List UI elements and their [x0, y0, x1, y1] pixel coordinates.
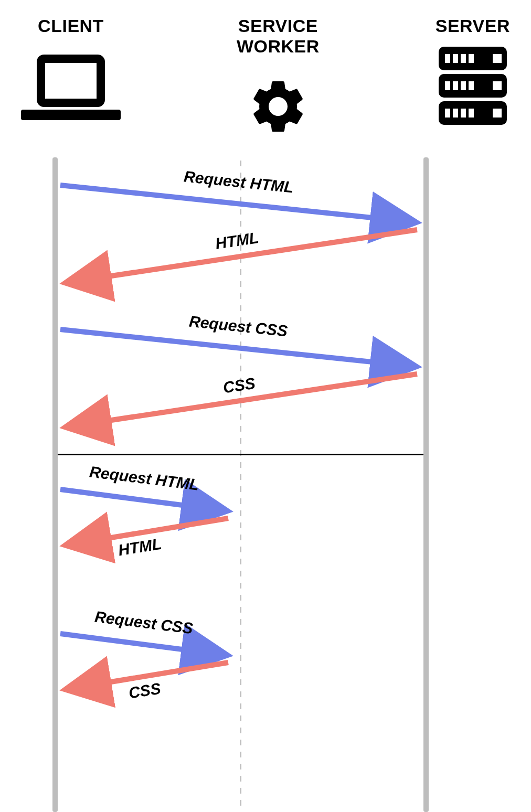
client-lifeline — [52, 157, 58, 812]
svg-rect-18 — [461, 109, 466, 117]
arrow-request-css-2 — [60, 629, 233, 661]
server-lifeline — [423, 157, 429, 812]
svg-line-25 — [60, 489, 223, 510]
server-column-header: SERVER — [436, 16, 510, 120]
svg-rect-13 — [469, 81, 474, 90]
sw-title-line-2: WORKER — [237, 36, 320, 56]
svg-rect-2 — [21, 110, 121, 120]
client-title: CLIENT — [38, 16, 104, 36]
service-worker-column-header: SERVICE WORKER — [237, 16, 320, 141]
svg-rect-16 — [445, 109, 450, 117]
service-worker-title: SERVICE WORKER — [237, 16, 320, 57]
svg-rect-20 — [493, 109, 502, 117]
svg-rect-4 — [445, 54, 450, 63]
svg-rect-17 — [453, 109, 458, 117]
server-icon — [439, 52, 507, 120]
svg-rect-19 — [469, 109, 474, 117]
svg-rect-8 — [493, 54, 502, 63]
svg-rect-10 — [445, 81, 450, 90]
svg-rect-14 — [493, 81, 502, 90]
client-column-header: CLIENT — [21, 16, 121, 120]
svg-rect-1 — [45, 63, 97, 99]
gear-icon — [247, 72, 310, 141]
server-title: SERVER — [436, 16, 510, 36]
svg-rect-11 — [453, 81, 458, 90]
svg-rect-7 — [469, 54, 474, 63]
laptop-icon — [21, 52, 121, 120]
svg-rect-12 — [461, 81, 466, 90]
svg-rect-6 — [461, 54, 466, 63]
svg-line-27 — [60, 634, 223, 655]
sw-title-line-1: SERVICE — [238, 16, 318, 36]
diagram-header: CLIENT SERVICE WORKER SERVER — [0, 0, 531, 141]
section-divider — [58, 454, 423, 455]
svg-rect-5 — [453, 54, 458, 63]
sequence-diagram: Request HTML HTML Request CSS CSS Reques… — [52, 157, 429, 812]
arrow-request-html-2 — [60, 485, 233, 517]
